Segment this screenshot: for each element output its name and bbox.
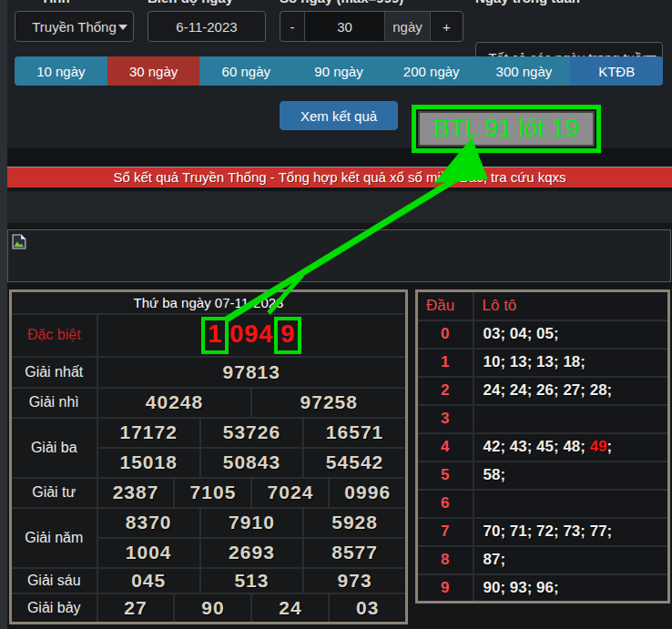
loto-digit: 0	[417, 320, 473, 349]
results-date-row: Thứ ba ngày 07-11-2023	[11, 291, 407, 314]
prize-value: 97258	[251, 388, 406, 418]
prize-value: 973	[303, 568, 406, 593]
date-range-label: Biên độ ngày	[148, 0, 233, 5]
prize-value: 2693	[200, 538, 303, 568]
tab-300-ngay[interactable]: 300 ngày	[478, 56, 571, 86]
loto-digit: 3	[417, 405, 473, 433]
province-select[interactable]: Truyền Thống	[15, 11, 134, 42]
day-range-tabs: 10 ngày 30 ngày 60 ngày 90 ngày 200 ngày…	[15, 56, 663, 86]
special-digits-middle: 094	[229, 320, 273, 348]
loto-values: 42; 43; 45; 48; 49;	[473, 433, 669, 462]
loto-row: 6	[417, 490, 669, 518]
prize-value: 7105	[174, 478, 251, 508]
prize-value: 8577	[303, 538, 406, 568]
prize-value: 1004	[97, 538, 200, 568]
prize-value: 53726	[200, 418, 303, 448]
prize-row: Giải nhì 40248 97258	[11, 388, 407, 418]
loto-row: 0 03; 04; 05;	[417, 320, 669, 349]
loto-values: 10; 13; 13; 18;	[473, 349, 669, 377]
province-select-value: Truyền Thống	[32, 19, 117, 35]
broken-image-icon	[12, 234, 27, 249]
prize-value: 40248	[97, 388, 252, 418]
special-digit-highlight-2: 9	[274, 317, 301, 354]
tab-ktdb[interactable]: KTĐB	[570, 56, 663, 86]
prize-value: 8370	[97, 508, 200, 538]
loto-header-row: Đầu Lô tô	[417, 291, 669, 320]
loto-row: 7 70; 71; 72; 73; 77;	[417, 518, 669, 546]
loto-header-dau: Đầu	[417, 291, 473, 320]
loto-values	[473, 490, 669, 518]
prize-row: Giải sáu 045 513 973	[11, 568, 407, 593]
prize-label: Đặc biệt	[11, 314, 97, 357]
prize-value: 24	[251, 593, 329, 624]
days-unit-label: ngày	[384, 12, 431, 41]
prize-label: Giải tư	[11, 478, 97, 508]
prize-value: 2387	[97, 478, 175, 508]
special-digit-highlight-1: 1	[201, 317, 229, 354]
tab-30-ngay[interactable]: 30 ngày	[107, 56, 200, 86]
form-labels-row: Tỉnh Biên độ ngày Số ngày (max=999) Ngày…	[7, 0, 672, 5]
loto-values	[473, 405, 669, 433]
btl-annotation-box: BTL 91 lót 19	[412, 105, 601, 153]
loto-row: 1 10; 13; 13; 18;	[417, 349, 669, 377]
loto-row: 2 24; 24; 26; 27; 28;	[417, 377, 669, 405]
prize-value: 97813	[97, 357, 407, 388]
prize-value: 5928	[303, 508, 406, 538]
special-prize-row: Đặc biệt 10949	[11, 314, 407, 357]
prize-label: Giải năm	[11, 508, 97, 568]
tab-90-ngay[interactable]: 90 ngày	[292, 56, 385, 86]
days-count-label: Số ngày (max=999)	[280, 0, 403, 5]
prize-label: Giải nhì	[11, 388, 97, 418]
view-results-button[interactable]: Xem kết quả	[280, 101, 398, 130]
loto-digit: 7	[417, 518, 473, 546]
loto-digit: 5	[417, 462, 473, 490]
loto-row: 3	[417, 405, 669, 433]
prize-value: 54542	[303, 448, 406, 478]
prize-label: Giải ba	[11, 418, 97, 478]
tab-60-ngay[interactable]: 60 ngày	[199, 56, 292, 86]
prize-value: 0996	[329, 478, 406, 508]
prize-value: 16571	[303, 418, 406, 448]
prize-value: 513	[200, 568, 303, 593]
loto-values: 87;	[473, 546, 669, 574]
btl-annotation-text: BTL 91 lót 19	[418, 111, 595, 147]
days-count-input[interactable]	[305, 12, 384, 41]
loto-row: 8 87;	[417, 546, 669, 574]
prize-value: 7910	[200, 508, 303, 538]
loto-header-loto: Lô tô	[473, 291, 669, 320]
tab-200-ngay[interactable]: 200 ngày	[385, 56, 478, 86]
decrement-button[interactable]: -	[280, 12, 305, 41]
prize-value: 27	[97, 593, 175, 624]
prize-label: Giải nhất	[11, 357, 97, 388]
results-table: Thứ ba ngày 07-11-2023 Đặc biệt 10949 Gi…	[9, 289, 408, 624]
days-count-stepper: - ngày +	[280, 11, 463, 42]
results-date-header: Thứ ba ngày 07-11-2023	[11, 291, 407, 314]
loto-digit: 9	[417, 574, 473, 603]
page-left-gutter	[0, 0, 7, 629]
date-range-input[interactable]	[148, 11, 266, 42]
weekday-label: Ngày trong tuần	[475, 0, 580, 5]
loto-digit: 6	[417, 490, 473, 518]
results-banner: Sổ kết quả Truyền Thống - Tổng hợp kết q…	[7, 167, 672, 188]
increment-button[interactable]: +	[431, 12, 463, 41]
loto-digit: 1	[417, 349, 473, 377]
prize-row: Giải nhất 97813	[11, 357, 407, 388]
prize-label: Giải bảy	[11, 593, 97, 624]
loto-row: 5 58;	[417, 462, 669, 490]
special-prize-value: 10949	[97, 314, 407, 357]
loto-row: 4 42; 43; 45; 48; 49;	[417, 433, 669, 462]
loto-values: 90; 93; 96;	[473, 574, 669, 603]
prize-row: Giải năm 8370 7910 5928	[11, 508, 407, 538]
prize-label: Giải sáu	[11, 568, 97, 593]
prize-value: 50843	[200, 448, 303, 478]
province-label: Tỉnh	[41, 0, 70, 5]
loto-digit: 8	[417, 546, 473, 574]
tab-10-ngay[interactable]: 10 ngày	[15, 56, 107, 86]
loto-values: 24; 24; 26; 27; 28;	[473, 377, 669, 405]
loto-row: 9 90; 93; 96;	[417, 574, 669, 603]
empty-panel	[7, 191, 672, 223]
prize-row: Giải ba 17172 53726 16571	[11, 418, 407, 448]
lottery-image-placeholder	[7, 229, 671, 282]
loto-values: 58;	[473, 462, 669, 490]
prize-row: Giải tư 2387 7105 7024 0996	[11, 478, 407, 508]
